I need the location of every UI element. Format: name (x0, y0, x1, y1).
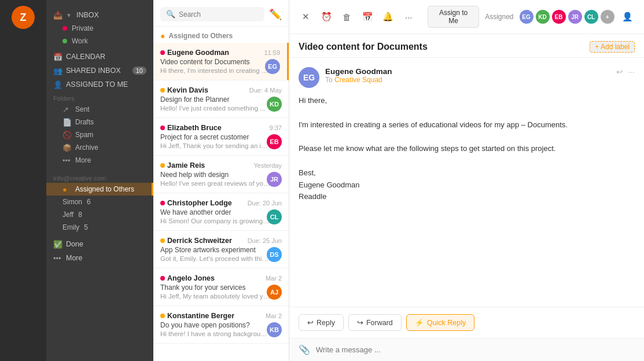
nav-item-inbox[interactable]: 📥 ▼ INBOX (46, 8, 153, 22)
email-item[interactable]: Konstantine Berger Mar 2 Do you have ope… (153, 306, 289, 344)
email-sender: Christopher Lodge (167, 199, 232, 207)
nav-item-calendar[interactable]: 📅 CALENDAR (46, 50, 153, 64)
compose-input[interactable] (316, 345, 635, 354)
search-input[interactable] (179, 10, 259, 19)
priority-dot (160, 314, 165, 318)
reply-button[interactable]: ↩ Reply (299, 314, 344, 331)
email-time: Mar 2 (266, 275, 282, 282)
inbox-label: INBOX (76, 11, 99, 19)
forward-btn-icon: ↪ (357, 318, 363, 327)
close-icon[interactable]: ✕ (299, 9, 314, 25)
nav-sub-jeff[interactable]: Jeff 8 (46, 208, 153, 221)
body-sign-company: Readdle (299, 191, 635, 203)
email-preview: Hi there! I have a strong background ... (160, 330, 270, 337)
assigned-me-icon: 👤 (53, 80, 61, 89)
body-line1: I'm interested in creating a series of e… (299, 119, 635, 131)
assigned-avatars-row: EGKDEBJRCL+ (520, 10, 614, 24)
shared-inbox-badge: 10 (133, 67, 146, 75)
bell-icon[interactable]: 🔔 (381, 9, 396, 25)
email-time: Yesterday (253, 162, 282, 169)
nav-item-done[interactable]: ✅ Done (46, 237, 153, 251)
email-sender: Jamie Reis (167, 161, 205, 170)
email-item[interactable]: Jamie Reis Yesterday Need help with desi… (153, 156, 289, 193)
nav-item-shared-inbox[interactable]: 👥 SHARED INBOX 10 (46, 64, 153, 78)
sender-avatar: EG (299, 67, 319, 88)
email-preview: Got it, Emily. Let's proceed with this .… (160, 255, 270, 262)
more-label: More (66, 254, 82, 262)
email-item[interactable]: Eugene Goodman 11:59 Video content for D… (153, 43, 289, 80)
quick-reply-button[interactable]: ⚡ Quick Reply (406, 314, 474, 331)
trash-icon[interactable]: 🗑 (340, 9, 355, 25)
forward-button[interactable]: ↪ Forward (348, 314, 402, 331)
email-subject: App Store artworks experiment (160, 246, 282, 254)
inbox-chevron: ▼ (66, 12, 72, 19)
reply-btn-icon: ↩ (307, 318, 314, 327)
section-dot-icon: ● (160, 31, 165, 40)
assigned-others-icon: ● (62, 185, 71, 193)
sender-actions: ↩ ··· (616, 67, 635, 76)
add-label-button[interactable]: + Add label (590, 41, 635, 53)
jeff-label: Jeff (62, 211, 73, 219)
sent-label: Sent (75, 105, 90, 113)
assigned-to-me-label: ASSIGNED TO ME (66, 80, 128, 89)
email-item[interactable]: Elizabeth Bruce 9:37 Project for a secre… (153, 118, 289, 156)
assign-to-me-button[interactable]: Assign to Me (428, 6, 479, 28)
compose-icon[interactable]: ✏️ (269, 8, 282, 21)
sender-name: Eugene Goodman (325, 67, 610, 76)
done-label: Done (66, 240, 83, 248)
more-sender-icon[interactable]: ··· (628, 67, 635, 76)
nav-sub-drafts[interactable]: 📄 Drafts (46, 116, 153, 128)
email-item[interactable]: Kevin Davis Due: 4 May Design for the Pl… (153, 80, 289, 118)
email-avatar: KB (267, 322, 282, 337)
quick-reply-label: Quick Reply (427, 319, 466, 327)
nav-sub-assigned-others[interactable]: ● Assigned to Others (46, 183, 153, 196)
body-sign-off: Best, (299, 167, 635, 179)
body-sign-name: Eugene Goodman (299, 179, 635, 191)
calendar-toolbar-icon[interactable]: 📅 (360, 9, 376, 25)
nav-sub-more-folders[interactable]: ••• More (46, 154, 153, 167)
calendar-label: CALENDAR (66, 53, 105, 61)
contacts-icon[interactable]: 👤 (620, 9, 635, 25)
nav-item-assigned-to-me[interactable]: 👤 ASSIGNED TO ME (46, 78, 153, 91)
email-sender: Angelo Jones (167, 274, 215, 282)
email-time: Mar 2 (266, 312, 282, 319)
nav-sub-private[interactable]: Private (46, 22, 153, 35)
to-label: To (325, 76, 333, 84)
nav-sub-work[interactable]: Work (46, 35, 153, 47)
nav-sub-archive[interactable]: 📦 Archive (46, 141, 153, 154)
email-subject: Video content for Documents (160, 58, 280, 66)
email-item[interactable]: Christopher Lodge Due: 20 Jun We have an… (153, 193, 289, 231)
compose-attach-icon[interactable]: 📎 (299, 344, 310, 355)
email-preview: Hi Jeff, My team absolutely loved yo ... (160, 293, 270, 300)
nav-sub-sent[interactable]: ↗ Sent (46, 103, 153, 116)
private-dot (62, 26, 67, 31)
nav-sub-spam[interactable]: 🚫 Spam (46, 128, 153, 141)
shared-inbox-label: SHARED INBOX (66, 67, 120, 75)
email-time: Due: 20 Jun (248, 200, 282, 207)
email-sender: Konstantine Berger (167, 312, 234, 320)
assigned-avatar: KD (536, 10, 550, 24)
nav-sub-simon[interactable]: Simon 6 (46, 196, 153, 208)
priority-dot (160, 88, 165, 93)
assigned-others-label: Assigned to Others (75, 185, 134, 193)
snooze-icon[interactable]: ⏰ (319, 9, 334, 25)
detail-toolbar: ✕ ⏰ 🗑 📅 🔔 ··· Assign to Me Assigned EGKD… (289, 0, 644, 34)
simon-badge: 6 (87, 198, 91, 206)
email-item[interactable]: Angelo Jones Mar 2 Thank you for your se… (153, 268, 289, 306)
nav-sub-emily[interactable]: Emily 5 (46, 221, 153, 234)
nav-item-more[interactable]: ••• More (46, 251, 153, 265)
detail-subject-row: Video content for Documents + Add label (289, 34, 644, 58)
email-sender: Derrick Schweitzer (167, 237, 232, 245)
more-toolbar-icon[interactable]: ··· (402, 9, 417, 25)
search-box[interactable]: 🔍 (160, 7, 264, 21)
reply-small-icon[interactable]: ↩ (616, 67, 623, 76)
email-item[interactable]: Derrick Schweitzer Due: 25 Jun App Store… (153, 231, 289, 268)
email-avatar: EB (267, 134, 282, 149)
archive-label: Archive (75, 143, 98, 152)
reply-bar: ↩ Reply ↪ Forward ⚡ Quick Reply (289, 307, 644, 338)
email-avatar: JR (267, 172, 282, 187)
forward-btn-label: Forward (366, 319, 393, 327)
email-subject: Project for a secret customer (160, 133, 282, 141)
email-preview: Hi Simon! Our company is growing, so ... (160, 218, 270, 224)
to-address[interactable]: Creative Squad (334, 76, 382, 84)
